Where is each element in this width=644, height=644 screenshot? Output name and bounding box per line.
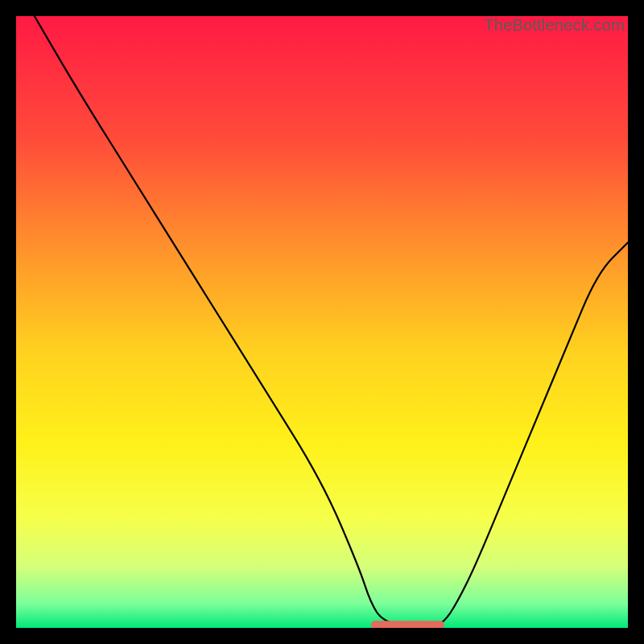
gradient-background — [16, 16, 628, 628]
flat-segment-marker — [371, 621, 444, 628]
plot-area: TheBottleneck.com — [16, 16, 628, 628]
chart-frame: TheBottleneck.com — [0, 0, 644, 644]
bottleneck-chart — [16, 16, 628, 628]
watermark-text: TheBottleneck.com — [484, 16, 625, 35]
